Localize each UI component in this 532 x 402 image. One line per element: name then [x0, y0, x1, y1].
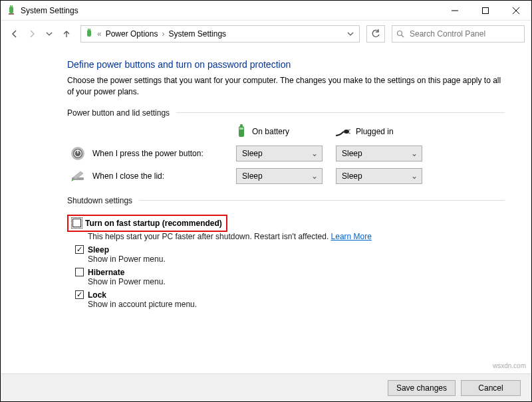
save-changes-button[interactable]: Save changes	[388, 380, 456, 396]
divider	[139, 200, 505, 201]
content-area: Define power buttons and turn on passwor…	[1, 47, 531, 317]
lock-checkbox[interactable]: ✓	[75, 290, 84, 299]
section-label: Shutdown settings	[67, 196, 132, 205]
power-button-plugged-dropdown[interactable]: Sleep ⌄	[336, 146, 422, 161]
column-header-plugged: Plugged in	[336, 126, 422, 137]
svg-rect-0	[9, 7, 13, 13]
column-label: On battery	[252, 127, 289, 136]
navigation-bar: « Power Options › System Settings	[1, 21, 531, 47]
close-button[interactable]	[501, 1, 531, 21]
lock-sub: Show in account picture menu.	[88, 300, 505, 309]
search-input[interactable]	[408, 29, 520, 39]
learn-more-link[interactable]: Learn More	[331, 232, 372, 241]
sleep-sub: Show in Power menu.	[88, 254, 505, 264]
address-bar[interactable]: « Power Options › System Settings	[80, 25, 360, 43]
close-lid-icon	[70, 168, 86, 184]
column-header-battery: On battery	[236, 124, 323, 139]
svg-rect-1	[10, 5, 11, 7]
chevron-down-icon: ⌄	[411, 149, 418, 158]
window-title: System Settings	[21, 6, 78, 15]
svg-rect-3	[9, 13, 14, 15]
close-lid-battery-dropdown[interactable]: Sleep ⌄	[236, 168, 323, 184]
dropdown-value: Sleep	[342, 171, 362, 181]
lock-item: ✓ Lock Show in account picture menu.	[75, 290, 505, 309]
row-label-text: When I close the lid:	[92, 171, 164, 181]
svg-rect-5	[483, 7, 489, 13]
lock-label: Lock	[88, 290, 106, 300]
page-description: Choose the power settings that you want …	[67, 75, 505, 98]
fast-startup-sub: This helps start your PC faster after sh…	[88, 232, 505, 241]
power-options-icon	[84, 29, 94, 39]
hibernate-sub: Show in Power menu.	[88, 277, 505, 286]
dropdown-value: Sleep	[242, 171, 263, 181]
chevron-right-icon: ›	[162, 29, 164, 39]
sleep-checkbox[interactable]: ✓	[75, 245, 84, 254]
title-bar: System Settings	[1, 1, 531, 21]
svg-line-18	[348, 133, 350, 134]
section-label: Power button and lid settings	[67, 108, 170, 118]
chevron-down-icon: ⌄	[311, 149, 318, 158]
section-shutdown-title: Shutdown settings	[67, 196, 505, 205]
plug-icon	[336, 126, 350, 137]
svg-point-11	[398, 31, 402, 36]
chevron-down-icon: ⌄	[411, 171, 418, 181]
sleep-item: ✓ Sleep Show in Power menu.	[75, 245, 505, 264]
power-button-battery-dropdown[interactable]: Sleep ⌄	[236, 146, 323, 161]
svg-line-17	[348, 130, 350, 130]
fast-startup-row: Turn on fast startup (recommended)	[72, 219, 222, 228]
breadcrumb-item[interactable]: Power Options	[104, 29, 160, 39]
fast-startup-highlight: Turn on fast startup (recommended)	[67, 215, 227, 232]
row-power-button: When I press the power button:	[70, 146, 223, 161]
chevron-down-icon: ⌄	[311, 171, 318, 181]
recent-locations-button[interactable]	[42, 27, 57, 41]
bottom-bar: Save changes Cancel	[1, 373, 531, 401]
svg-rect-10	[90, 29, 91, 30]
shutdown-settings: Turn on fast startup (recommended) This …	[67, 212, 505, 309]
svg-rect-14	[240, 124, 243, 126]
up-button[interactable]	[59, 27, 74, 41]
hibernate-label: Hibernate	[88, 268, 124, 277]
sleep-label: Sleep	[88, 245, 109, 254]
search-box[interactable]	[392, 25, 525, 43]
row-label-text: When I press the power button:	[92, 149, 203, 158]
column-label: Plugged in	[356, 127, 394, 136]
power-button-icon	[70, 146, 86, 161]
watermark: wsxdn.com	[493, 362, 526, 369]
maximize-button[interactable]	[470, 1, 501, 21]
cancel-button[interactable]: Cancel	[461, 380, 521, 396]
address-dropdown-button[interactable]	[343, 27, 358, 41]
power-options-icon	[6, 5, 17, 16]
svg-line-12	[402, 35, 404, 37]
close-lid-plugged-dropdown[interactable]: Sleep ⌄	[336, 168, 422, 184]
back-button[interactable]	[7, 27, 22, 41]
svg-rect-15	[239, 128, 243, 130]
hibernate-checkbox[interactable]	[75, 268, 84, 276]
fast-startup-description: This helps start your PC faster after sh…	[88, 232, 331, 241]
breadcrumb-prefix: «	[97, 29, 102, 39]
hibernate-item: Hibernate Show in Power menu.	[75, 268, 505, 286]
svg-rect-8	[87, 30, 91, 37]
window-controls	[440, 1, 531, 21]
fast-startup-checkbox[interactable]	[72, 219, 81, 227]
dropdown-value: Sleep	[242, 149, 263, 158]
fast-startup-label: Turn on fast startup (recommended)	[85, 219, 222, 228]
power-grid: On battery Plugged in When I press the p…	[70, 124, 505, 184]
dropdown-value: Sleep	[342, 149, 362, 158]
refresh-button[interactable]	[366, 25, 385, 43]
section-power-title: Power button and lid settings	[67, 108, 505, 118]
svg-rect-9	[88, 29, 89, 30]
row-close-lid: When I close the lid:	[70, 168, 223, 184]
svg-rect-2	[12, 5, 13, 7]
divider	[176, 112, 505, 113]
page-heading: Define power buttons and turn on passwor…	[67, 59, 505, 70]
minimize-button[interactable]	[440, 1, 470, 21]
search-icon	[396, 30, 404, 38]
breadcrumb-item[interactable]: System Settings	[167, 29, 227, 39]
forward-button[interactable]	[25, 27, 39, 41]
svg-point-16	[344, 130, 349, 134]
battery-icon	[236, 124, 247, 139]
